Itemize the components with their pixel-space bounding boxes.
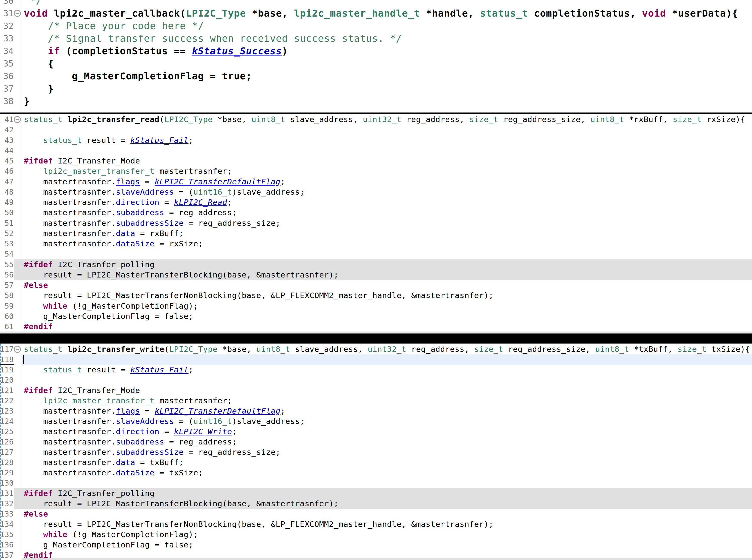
code-line-119[interactable]: 119 status_t result = kStatus_Fail; xyxy=(0,365,752,375)
code-line-30[interactable]: 30 */ xyxy=(0,0,752,7)
code-line-37[interactable]: 37 } xyxy=(0,82,752,95)
token-pl xyxy=(24,365,43,374)
token-pl: mastertrasnfer. xyxy=(24,219,116,227)
editor-pane-transfer-read[interactable]: 41status_t lpi2c_transfer_read(LPI2C_Typ… xyxy=(0,114,752,332)
token-pl: ( xyxy=(159,115,164,124)
code-line-33[interactable]: 33 /* Signal transfer success when recei… xyxy=(0,32,752,45)
code-text: mastertrasnfer.direction = kLPI2C_Read; xyxy=(22,197,752,207)
line-number: 31 xyxy=(0,7,14,20)
code-line-127[interactable]: 127 mastertrasnfer.subaddressSize = reg_… xyxy=(0,447,752,457)
code-line-125[interactable]: 125 mastertrasnfer.direction = kLPI2C_Wr… xyxy=(0,426,752,437)
code-line-126[interactable]: 126 mastertrasnfer.subaddress = reg_addr… xyxy=(0,437,752,447)
token-pl: *txBuff, xyxy=(629,344,678,354)
code-text: result = LPI2C_MasterTransferNonBlocking… xyxy=(22,290,752,301)
line-number: 123 xyxy=(0,406,14,416)
token-pl: mastertrasnfer. xyxy=(24,447,116,457)
code-line-55[interactable]: 55#ifdef I2C_Trasnfer_polling xyxy=(0,259,752,270)
token-pl: slave_address, xyxy=(290,344,368,354)
code-line-52[interactable]: 52 mastertrasnfer.data = rxBuff; xyxy=(0,228,752,239)
editor-pane-callback[interactable]: 30 */31void lpi2c_master_callback(LPI2C_… xyxy=(0,0,752,113)
token-pl: = xyxy=(159,198,174,207)
code-line-36[interactable]: 36 g_MasterCompletionFlag = true; xyxy=(0,70,752,82)
code-line-135[interactable]: 135 while (!g_MasterCompletionFlag); xyxy=(0,529,752,540)
code-line-35[interactable]: 35 { xyxy=(0,57,752,70)
code-line-57[interactable]: 57#else xyxy=(0,280,752,290)
code-line-53[interactable]: 53 mastertrasnfer.dataSize = rxSize; xyxy=(0,239,752,249)
code-line-51[interactable]: 51 mastertrasnfer.subaddressSize = reg_a… xyxy=(0,218,752,228)
line-number: 55 xyxy=(0,259,14,270)
token-pl: result = LPI2C_MasterTransferBlocking(ba… xyxy=(24,270,339,279)
code-line-49[interactable]: 49 mastertrasnfer.direction = kLPI2C_Rea… xyxy=(0,197,752,207)
code-line-42[interactable]: 42 xyxy=(0,124,752,135)
scroll-track-sliver xyxy=(0,332,752,334)
code-text: result = LPI2C_MasterTransferBlocking(ba… xyxy=(22,270,752,280)
token-pl: )slave_address; xyxy=(232,187,305,196)
code-text: mastertrasnfer.subaddress = reg_address; xyxy=(22,207,752,218)
code-line-45[interactable]: 45#ifdef I2C_Transfer_Mode xyxy=(0,156,752,166)
code-line-48[interactable]: 48 mastertrasnfer.slaveAddress = (uint16… xyxy=(0,187,752,197)
token-kw: while xyxy=(43,301,68,311)
code-line-128[interactable]: 128 mastertrasnfer.data = txBuff; xyxy=(0,457,752,467)
token-pl xyxy=(24,530,43,539)
code-line-129[interactable]: 129 mastertrasnfer.dataSize = txSize; xyxy=(0,467,752,478)
fold-collapse-icon[interactable] xyxy=(14,116,21,123)
code-line-133[interactable]: 133#else xyxy=(0,509,752,519)
code-line-131[interactable]: 131#ifdef I2C_Trasnfer_polling xyxy=(0,488,752,499)
code-line-132[interactable]: 132 result = LPI2C_MasterTransferBlockin… xyxy=(0,499,752,509)
token-pl: = reg_address_size; xyxy=(184,447,281,457)
code-line-44[interactable]: 44 xyxy=(0,145,752,156)
token-ty: uint8_t xyxy=(591,115,624,124)
line-number: 137 xyxy=(0,550,14,560)
code-line-130[interactable]: 130 xyxy=(0,478,752,488)
line-number: 45 xyxy=(0,156,14,166)
line-number: 49 xyxy=(0,197,14,207)
code-line-136[interactable]: 136 g_MasterCompletionFlag = false; xyxy=(0,540,752,550)
token-ty: LPI2C_Type xyxy=(186,8,246,19)
code-line-118[interactable]: 118 xyxy=(0,354,752,365)
code-line-47[interactable]: 47 mastertrasnfer.flags = kLPI2C_Transfe… xyxy=(0,177,752,187)
code-line-34[interactable]: 34 if (completionStatus == kStatus_Succe… xyxy=(0,45,752,57)
code-line-134[interactable]: 134 result = LPI2C_MasterTransferNonBloc… xyxy=(0,519,752,529)
token-pl: } xyxy=(24,83,54,94)
token-fd: direction xyxy=(116,427,159,436)
code-line-41[interactable]: 41status_t lpi2c_transfer_read(LPI2C_Typ… xyxy=(0,114,752,124)
token-pl: mastertrasnfer; xyxy=(155,396,232,405)
line-number: 38 xyxy=(0,95,14,107)
code-line-38[interactable]: 38} xyxy=(0,95,752,107)
code-line-58[interactable]: 58 result = LPI2C_MasterTransferNonBlock… xyxy=(0,290,752,301)
code-line-124[interactable]: 124 mastertrasnfer.slaveAddress = (uint1… xyxy=(0,416,752,426)
token-ty: uint8_t xyxy=(251,115,285,124)
line-number: 53 xyxy=(0,239,14,249)
code-line-32[interactable]: 32 /* Place your code here */ xyxy=(0,20,752,32)
code-line-46[interactable]: 46 lpi2c_master_transfer_t mastertrasnfe… xyxy=(0,166,752,176)
code-line-120[interactable]: 120 xyxy=(0,375,752,385)
token-pl xyxy=(24,136,43,145)
code-rows[interactable]: 117status_t lpi2c_transfer_write(LPI2C_T… xyxy=(0,343,752,560)
code-line-59[interactable]: 59 while (!g_MasterCompletionFlag); xyxy=(0,301,752,311)
token-ty: uint32_t xyxy=(363,115,401,124)
code-line-60[interactable]: 60 g_MasterCompletionFlag = false; xyxy=(0,311,752,321)
code-text: mastertrasnfer.flags = kLPI2C_TransferDe… xyxy=(22,177,752,187)
code-line-54[interactable]: 54 xyxy=(0,249,752,259)
code-line-123[interactable]: 123 mastertrasnfer.flags = kLPI2C_Transf… xyxy=(0,406,752,416)
code-rows[interactable]: 41status_t lpi2c_transfer_read(LPI2C_Typ… xyxy=(0,114,752,332)
token-pl: = txSize; xyxy=(155,468,203,477)
fold-collapse-icon[interactable] xyxy=(14,10,21,17)
token-kw: #ifdef xyxy=(24,386,53,395)
token-fd: data xyxy=(116,458,135,467)
code-line-31[interactable]: 31void lpi2c_master_callback(LPI2C_Type … xyxy=(0,7,752,20)
code-rows[interactable]: 30 */31void lpi2c_master_callback(LPI2C_… xyxy=(0,0,752,113)
editor-pane-transfer-write[interactable]: 117status_t lpi2c_transfer_write(LPI2C_T… xyxy=(0,343,752,560)
code-line-43[interactable]: 43 status_t result = kStatus_Fail; xyxy=(0,135,752,145)
token-pl: = rxBuff; xyxy=(135,229,184,238)
fold-collapse-icon[interactable] xyxy=(14,346,21,353)
token-pb: *base xyxy=(246,8,282,19)
code-line-56[interactable]: 56 result = LPI2C_MasterTransferBlocking… xyxy=(0,270,752,280)
code-line-61[interactable]: 61#endif xyxy=(0,321,752,332)
code-line-50[interactable]: 50 mastertrasnfer.subaddress = reg_addre… xyxy=(0,207,752,218)
code-line-121[interactable]: 121#ifdef I2C_Transfer_Mode xyxy=(0,385,752,396)
code-line-117[interactable]: 117status_t lpi2c_transfer_write(LPI2C_T… xyxy=(0,344,752,354)
code-line-122[interactable]: 122 lpi2c_master_transfer_t mastertrasnf… xyxy=(0,396,752,406)
line-number: 119 xyxy=(0,365,14,375)
token-pl: = xyxy=(140,406,155,415)
